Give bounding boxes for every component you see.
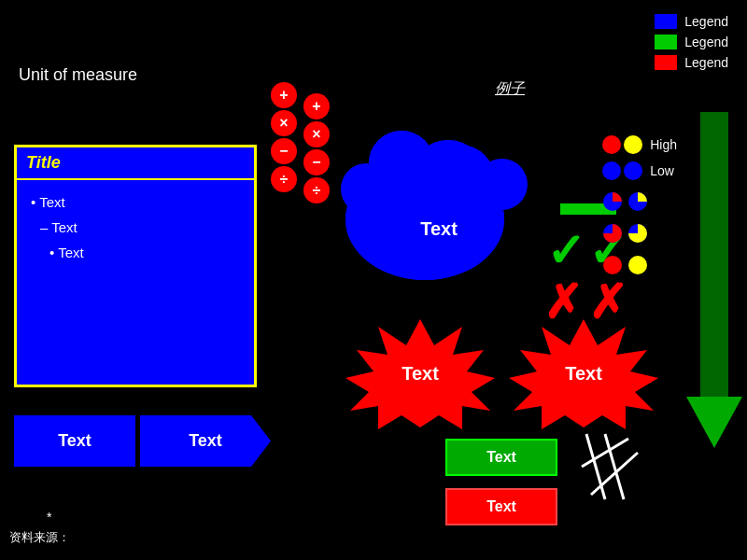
legend-color-3 [655, 55, 677, 70]
title-box-header: Title [17, 147, 254, 180]
green-arrow [688, 112, 740, 448]
green-arrow-body [700, 112, 728, 397]
math-div-2: ÷ [303, 177, 330, 203]
dash-1: – Text [40, 215, 245, 240]
green-textbox: Text [445, 439, 557, 476]
green-arrow-head [686, 397, 742, 448]
cloud-text: Text [355, 191, 523, 266]
diagonal-lines [577, 429, 670, 504]
legend-color-2 [655, 35, 677, 49]
arrow-row: Text Text [14, 415, 271, 467]
green-textbox-label: Text [486, 449, 516, 466]
starburst-2: Text [509, 317, 658, 429]
red-textbox: Text [445, 488, 557, 525]
title-box-content: • Text – Text • Text [17, 180, 254, 274]
legend-item-3: Legend [655, 55, 728, 70]
legend-item-2: Legend [655, 35, 728, 49]
math-minus-1: − [271, 138, 297, 164]
low-circle-blue-1 [602, 161, 621, 180]
math-plus-2: + [303, 93, 330, 119]
bullet-1: • Text [31, 189, 245, 215]
low-circle-blue-2 [624, 161, 642, 180]
low-item: Low [602, 161, 677, 180]
high-circle-yellow [624, 135, 642, 154]
high-label: High [650, 137, 677, 152]
math-col-1: + × − ÷ [271, 82, 297, 192]
pie-6 [627, 255, 648, 275]
pie-1 [602, 191, 623, 212]
highlow-container: High Low [602, 135, 677, 275]
legend-label-2: Legend [684, 35, 728, 49]
title-box: Title • Text – Text • Text [14, 145, 257, 387]
arrow-box-1: Text [14, 415, 135, 467]
subbullet-1: • Text [49, 240, 245, 265]
math-minus-2: − [303, 149, 330, 175]
unit-label: Unit of measure [19, 65, 137, 85]
pie-3 [602, 223, 623, 244]
math-times-1: × [271, 110, 297, 136]
high-item: High [602, 135, 677, 154]
pie-row-3 [602, 255, 677, 275]
pie-2 [627, 191, 648, 212]
low-label: Low [650, 163, 674, 178]
math-times-2: × [303, 121, 330, 147]
red-textbox-label: Text [486, 498, 516, 515]
legend-container: Legend Legend Legend [655, 14, 728, 70]
bottom-star: * [47, 510, 51, 525]
svg-point-11 [628, 256, 647, 274]
bottom-source: 资料来源： [9, 529, 70, 546]
legend-color-1 [655, 14, 677, 29]
starburst-2-text: Text [565, 363, 602, 385]
arrow-box-2: Text [140, 415, 271, 467]
high-circles [602, 135, 642, 154]
legend-label-1: Legend [684, 14, 728, 29]
pie-5 [602, 255, 623, 275]
math-plus-1: + [271, 82, 297, 108]
pie-4 [627, 223, 648, 244]
legend-label-3: Legend [684, 55, 728, 70]
math-div-1: ÷ [271, 166, 297, 192]
pie-row-1 [602, 191, 677, 212]
high-circle-red [602, 135, 621, 154]
checkmark-1: ✓ [546, 224, 585, 278]
svg-point-10 [603, 256, 622, 274]
legend-item-1: Legend [655, 14, 728, 29]
pie-row-2 [602, 223, 677, 244]
starburst-1-text: Text [402, 363, 439, 385]
reizi-label: 例子 [495, 79, 525, 99]
math-col-2: + × − ÷ [303, 93, 330, 203]
low-circles [602, 161, 642, 180]
starburst-1: Text [345, 317, 495, 429]
